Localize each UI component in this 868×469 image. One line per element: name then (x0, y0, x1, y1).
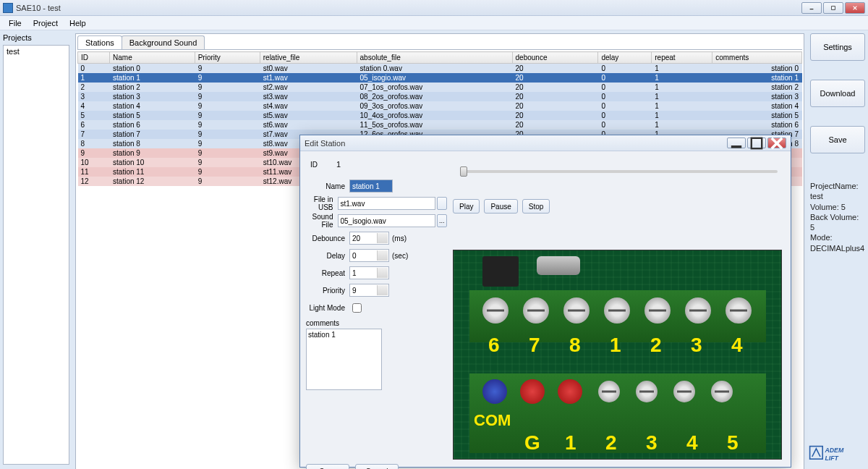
cell: 05_isogio.wav (357, 73, 512, 83)
dialog-titlebar[interactable]: Edit Station (300, 135, 791, 151)
dialog-maximize-button[interactable] (747, 138, 766, 148)
file-usb-browse-button[interactable] (437, 197, 448, 210)
col-repeat[interactable]: repeat (652, 52, 712, 64)
menu-help[interactable]: Help (64, 17, 92, 29)
stop-button[interactable]: Stop (522, 199, 550, 214)
dialog-close-button[interactable] (767, 138, 786, 148)
col-debounce[interactable]: debounce (512, 52, 598, 64)
dialog-minimize-button[interactable] (727, 138, 746, 148)
name-label: Name (306, 182, 349, 190)
col-delay[interactable]: delay (598, 52, 652, 64)
cell: 9 (195, 148, 260, 158)
repeat-input[interactable]: 1 (349, 266, 389, 279)
name-input[interactable] (349, 179, 393, 193)
terminal-screw (636, 381, 658, 402)
cell: 1 (652, 111, 712, 120)
pcb-top-label: 6 (488, 334, 500, 357)
pause-button[interactable]: Pause (484, 199, 517, 214)
maximize-button[interactable] (823, 2, 843, 14)
cell: station 1 (712, 73, 802, 83)
cell: station 7 (110, 130, 195, 139)
cell: 9 (195, 158, 260, 167)
pcb-top-label: 4 (731, 334, 743, 357)
col-relative[interactable]: relative_file (260, 52, 357, 64)
file-usb-input[interactable] (338, 197, 435, 210)
table-row[interactable]: 0station 09st0.wavstation 0.wav2001stati… (78, 64, 802, 74)
file-usb-label: File in USB (306, 195, 338, 211)
cell: station 6 (110, 120, 195, 130)
sound-file-input[interactable] (338, 214, 435, 227)
pcb-top-label: 8 (569, 334, 581, 357)
svg-text:ADEM: ADEM (824, 447, 844, 454)
tab-stations[interactable]: Stations (77, 35, 122, 49)
terminal-screw (523, 297, 549, 324)
delay-input[interactable]: 0 (349, 249, 389, 262)
table-row[interactable]: 4station 49st4.wav09_3os_orofos.wav2001s… (78, 101, 802, 111)
dialog-cancel-button[interactable]: Cancel (355, 464, 399, 469)
cell: 0 (598, 92, 652, 101)
projects-list[interactable]: test (3, 45, 69, 465)
sound-file-label: Sound File (306, 213, 338, 229)
cell: 7 (78, 130, 110, 139)
info-projectname: ProjectName: test (810, 181, 865, 202)
cell: 0 (598, 64, 652, 74)
cell: st4.wav (260, 101, 357, 111)
cell: 2 (78, 83, 110, 92)
cell: 9 (195, 177, 260, 186)
debounce-input[interactable]: 20 (349, 232, 389, 245)
play-button[interactable]: Play (453, 199, 480, 214)
table-row[interactable]: 2station 29st2.wav07_1os_orofos.wav2001s… (78, 83, 802, 92)
col-comments[interactable]: comments (712, 52, 802, 64)
cell: station 10 (110, 158, 195, 167)
cell: 10 (78, 158, 110, 167)
priority-input[interactable]: 9 (349, 284, 389, 297)
col-id[interactable]: ID (78, 52, 110, 64)
position-slider[interactable] (460, 170, 778, 173)
cell: 8 (78, 139, 110, 148)
settings-button[interactable]: Settings (810, 33, 865, 61)
table-row[interactable]: 5station 59st5.wav10_4os_orofos.wav2001s… (78, 111, 802, 120)
table-row[interactable]: 3station 39st3.wav08_2os_orofos.wav2001s… (78, 92, 802, 101)
pcb-top-label: 1 (610, 334, 621, 357)
project-item[interactable]: test (4, 46, 69, 57)
cell: 0 (598, 73, 652, 83)
cell: st6.wav (260, 120, 357, 130)
cell: 11_5os_orofos.wav (357, 120, 512, 130)
minimize-button[interactable] (801, 2, 822, 14)
delay-unit: (sec) (392, 252, 408, 260)
terminal-screw (563, 297, 590, 324)
cell: 20 (512, 101, 598, 111)
cell: st3.wav (260, 92, 357, 101)
cell: 9 (195, 101, 260, 111)
cell: station 9 (110, 148, 195, 158)
table-row[interactable]: 1station 19st1.wav05_isogio.wav2001stati… (78, 73, 802, 83)
cell: 3 (78, 92, 110, 101)
col-name[interactable]: Name (110, 52, 195, 64)
menu-project[interactable]: Project (27, 17, 64, 29)
col-priority[interactable]: Priority (195, 52, 260, 64)
menu-file[interactable]: File (3, 17, 27, 29)
cell: 9 (195, 111, 260, 120)
debounce-unit: (ms) (392, 234, 407, 242)
terminal-screw (685, 297, 711, 324)
comments-textarea[interactable]: station 1 (306, 329, 382, 390)
sound-file-browse-button[interactable]: ... (437, 214, 448, 227)
dialog-save-button[interactable]: Save (306, 464, 349, 469)
terminal-screw (604, 297, 630, 324)
id-label: ID (306, 161, 326, 169)
tab-background-sound[interactable]: Background Sound (122, 35, 205, 49)
cell: 9 (195, 92, 260, 101)
col-absolute[interactable]: absolute_file (357, 52, 512, 64)
save-button[interactable]: Save (810, 126, 865, 153)
svg-rect-1 (832, 6, 835, 9)
cell: 1 (652, 64, 712, 74)
pcb-bottom-label: 2 (605, 431, 617, 455)
close-button[interactable] (845, 2, 865, 14)
terminal-screw (673, 381, 695, 402)
terminal-screw (726, 297, 752, 324)
light-mode-label: Light Mode (306, 304, 349, 312)
cell: station 12 (110, 177, 195, 186)
light-mode-checkbox[interactable] (352, 303, 362, 313)
download-button[interactable]: Download (810, 80, 865, 107)
table-row[interactable]: 6station 69st6.wav11_5os_orofos.wav2001s… (78, 120, 802, 130)
